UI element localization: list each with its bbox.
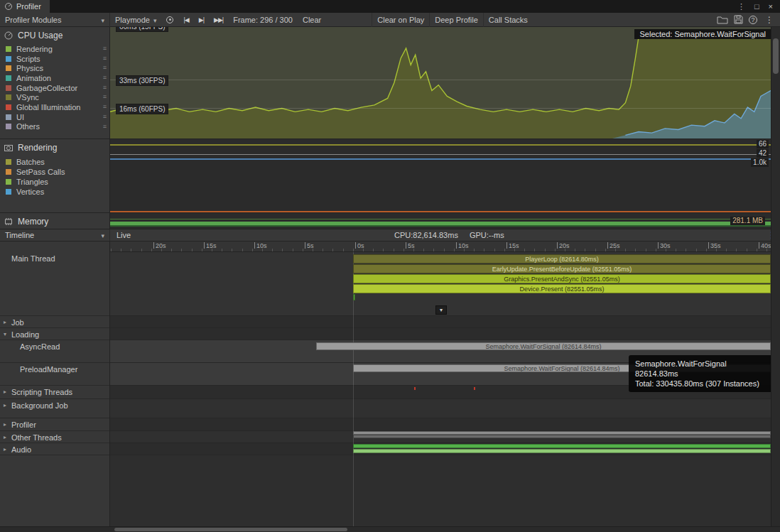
expand-arrow-icon[interactable]: ▸ [4,319,9,325]
details-view-dropdown[interactable]: Timeline [0,229,110,241]
thread-row[interactable]: ▸ Other Threads [0,431,109,443]
chevron-down-icon [153,16,157,24]
legend-item[interactable]: Scripts [0,54,110,64]
first-frame-button[interactable]: |◀ [178,13,193,27]
series-color-swatch [6,56,11,62]
horizontal-scrollbar[interactable] [0,526,780,532]
tick-mark [456,242,457,249]
tab-profiler[interactable]: Profiler [0,0,50,13]
memory-header[interactable]: Memory [0,213,110,227]
thread-row[interactable]: ▾ Loading [0,328,109,340]
live-toggle[interactable]: Live [110,229,137,241]
series-value-badge: 42 [757,149,769,158]
thread-label: Audio [0,445,109,454]
expand-arrow-icon[interactable]: ▸ [4,434,9,440]
memory-series-line [110,222,771,225]
rendering-chart[interactable]: 66 42 1.0k [110,139,771,213]
thread-row[interactable]: ▸ Job [0,316,109,328]
drag-handle-icon[interactable] [103,64,107,71]
horizontal-scrollbar-thumb[interactable] [114,528,347,531]
call-stacks-toggle[interactable]: Call Stacks [483,13,533,27]
clear-button[interactable]: Clear [298,13,326,27]
record-button[interactable] [161,13,178,27]
thread-row[interactable]: Main Thread [0,252,109,316]
drag-handle-icon[interactable] [103,55,107,62]
legend-item[interactable]: UI [0,112,110,122]
drag-handle-icon[interactable] [103,93,107,100]
thread-row[interactable]: ▸ Profiler [0,418,109,431]
series-label: VSync [16,93,39,102]
expand-arrow-icon[interactable]: ▸ [4,389,9,395]
current-frame-button[interactable]: ▶▶| [209,13,228,27]
tooltip-sample-time: 82614.83ms [635,369,768,379]
legend-item[interactable]: Batches [0,157,110,167]
expand-arrow-icon[interactable]: ▸ [4,446,9,452]
vertical-scrollbar[interactable] [771,27,780,526]
maximize-icon[interactable]: □ [754,2,759,11]
thread-row[interactable]: ▸ Scripting Threads [0,386,109,399]
cpu-usage-header[interactable]: CPU Usage [0,27,110,40]
vertical-scrollbar-thumb[interactable] [773,38,779,74]
minor-ticks [110,249,771,251]
legend-item[interactable]: Physics [0,63,110,73]
legend-item[interactable]: Global Illumination [0,102,110,112]
thread-label: Main Thread [0,254,109,263]
legend-item[interactable]: Vertices [0,187,110,197]
thread-row[interactable]: AsyncRead [0,340,109,363]
clear-on-play-toggle[interactable]: Clear on Play [372,13,429,27]
expand-arrow-icon[interactable]: ▸ [4,402,9,408]
memory-chart[interactable]: 281.1 MB [110,213,771,229]
drag-handle-icon[interactable] [103,74,107,81]
series-label: Global Illumination [16,103,81,112]
thread-row[interactable]: PreloadManager [0,363,109,386]
window-menu-icon[interactable]: ⋮ [737,2,745,11]
expand-arrow-icon[interactable]: ▸ [4,421,9,428]
drag-handle-icon[interactable] [103,45,107,52]
drag-handle-icon[interactable] [103,84,107,91]
legend-item[interactable]: VSync [0,92,110,102]
rendering-module: Rendering Batches SetPass Calls [0,139,110,213]
thread-label: Loading [0,330,109,339]
series-label: Vertices [16,188,44,196]
legend-item[interactable]: SetPass Calls [0,167,110,177]
time-ruler[interactable]: 20s 15s 10s 5s 0 [110,241,771,252]
legend-item[interactable]: GarbageCollector [0,83,110,93]
load-folder-icon[interactable] [717,16,728,24]
expand-arrow-icon[interactable]: ▾ [4,331,9,337]
series-line [110,144,771,146]
thread-label: Background Job [0,401,109,410]
legend-item[interactable]: Animation [0,73,110,83]
close-icon[interactable]: × [769,2,773,11]
rendering-header[interactable]: Rendering [0,139,110,153]
memory-series-line [110,219,771,219]
drag-handle-icon[interactable] [103,103,107,110]
playmode-dropdown[interactable]: Playmode [110,13,161,27]
next-frame-button[interactable]: ▶| [194,13,209,27]
cpu-usage-chart[interactable]: 66ms (15FPS) 33ms (30FPS) 16ms (60FPS) S… [110,27,771,139]
series-color-swatch [6,46,11,52]
frame-counter: Frame: 296 / 300 [228,13,298,27]
memory-series-line [110,225,771,227]
series-line [110,211,771,212]
help-icon[interactable]: ? [749,16,757,24]
save-icon[interactable] [734,15,743,24]
drag-handle-icon[interactable] [103,113,107,120]
toolbar-kebab-icon[interactable]: ⋮ [763,15,776,25]
thread-label: Other Threads [0,433,109,442]
cpu-time-stat: CPU:82,614.83ms [394,231,458,239]
deep-profile-toggle[interactable]: Deep Profile [429,13,483,27]
drag-handle-icon[interactable] [103,123,107,130]
thread-row[interactable]: ▸ Audio [0,443,109,455]
thread-row[interactable]: ▸ Background Job [0,399,109,418]
legend-item[interactable]: Triangles [0,177,110,187]
timeline-lanes[interactable]: PlayerLoop (82614.80ms) EarlyUpdate.Pres… [110,252,771,526]
series-color-swatch [6,114,11,120]
legend-item[interactable]: Rendering [0,44,110,54]
profiler-modules-dropdown[interactable]: Profiler Modules [0,13,110,27]
series-value-badge: 66 [757,140,769,148]
chevron-down-icon [101,16,104,24]
legend-item[interactable]: Others [0,122,110,132]
tick-mark [658,242,659,249]
module-title: Rendering [18,143,57,153]
collapsed-samples-marker[interactable]: ▾ [435,305,447,315]
